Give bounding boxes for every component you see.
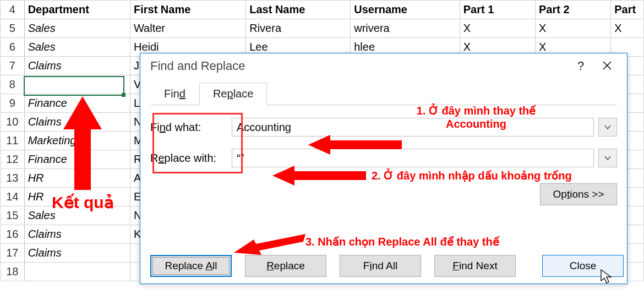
replace-button[interactable]: Replace <box>245 255 326 277</box>
options-button[interactable]: Options >> <box>540 183 617 205</box>
cell[interactable]: Marketing <box>24 132 130 150</box>
row-number[interactable]: 14 <box>1 188 25 206</box>
find-what-label: Find what: <box>150 121 227 134</box>
row-number[interactable]: 6 <box>1 38 25 57</box>
col-header[interactable]: Last Name <box>246 1 351 19</box>
row-number[interactable]: 10 <box>1 113 25 132</box>
cell[interactable]: Walter <box>130 19 245 38</box>
col-header[interactable]: Department <box>24 1 130 19</box>
find-all-button[interactable]: Find All <box>340 255 421 277</box>
cell[interactable]: Claims <box>24 113 130 132</box>
arrow-icon <box>234 234 305 256</box>
chevron-down-icon <box>604 124 611 130</box>
row-number[interactable]: 13 <box>1 169 25 188</box>
cell[interactable]: HR <box>24 188 130 206</box>
find-replace-dialog: Find and Replace ? Find Replace Find wha… <box>140 53 627 284</box>
replace-with-dropdown[interactable] <box>598 149 617 167</box>
row-number[interactable]: 7 <box>1 57 25 75</box>
cell[interactable]: Sales <box>24 206 130 225</box>
replace-all-button[interactable]: Replace All <box>150 255 232 277</box>
col-header[interactable]: First Name <box>130 1 245 19</box>
cell[interactable]: Finance <box>24 150 130 169</box>
cell[interactable]: Finance <box>24 94 130 113</box>
tab-replace[interactable]: Replace <box>199 83 267 105</box>
cell[interactable] <box>24 263 130 281</box>
find-next-button[interactable]: Find Next <box>434 255 516 277</box>
cell[interactable]: X <box>460 19 535 38</box>
row-number[interactable]: 18 <box>1 263 25 281</box>
active-cell[interactable] <box>24 75 130 94</box>
cell[interactable]: X <box>611 19 644 38</box>
col-header[interactable]: Part 2 <box>535 1 610 19</box>
row-number[interactable]: 4 <box>1 1 25 19</box>
cell[interactable]: Sales <box>24 38 130 57</box>
cell[interactable]: Sales <box>24 19 130 38</box>
svg-marker-5 <box>234 234 305 255</box>
row-number[interactable]: 11 <box>1 132 25 150</box>
row-number[interactable]: 17 <box>1 244 25 263</box>
cell[interactable]: Rivera <box>246 19 351 38</box>
tab-find[interactable]: Find <box>150 83 199 105</box>
row-number[interactable]: 16 <box>1 225 25 244</box>
cell[interactable]: HR <box>24 169 130 188</box>
cell[interactable]: wrivera <box>351 19 460 38</box>
replace-with-label: Replace with: <box>150 152 227 165</box>
row-number[interactable]: 5 <box>1 19 25 38</box>
cell[interactable]: Claims <box>24 57 130 75</box>
help-button[interactable]: ? <box>567 59 594 73</box>
dialog-title: Find and Replace <box>150 59 245 73</box>
callout-3: 3. Nhấn chọn Replace All để thay thế <box>305 235 537 248</box>
find-what-input[interactable] <box>232 118 594 137</box>
close-icon[interactable] <box>594 59 620 73</box>
chevron-down-icon <box>604 155 611 161</box>
cell[interactable]: Claims <box>24 225 130 244</box>
find-what-dropdown[interactable] <box>598 118 617 137</box>
cell[interactable]: Claims <box>24 244 130 263</box>
replace-with-input[interactable] <box>232 149 594 167</box>
row-number[interactable]: 8 <box>1 75 25 94</box>
row-number[interactable]: 12 <box>1 150 25 169</box>
row-number[interactable]: 15 <box>1 206 25 225</box>
col-header[interactable]: Part 1 <box>460 1 535 19</box>
col-header[interactable]: Part <box>611 1 644 19</box>
cell[interactable]: X <box>535 19 610 38</box>
col-header[interactable]: Username <box>351 1 460 19</box>
close-button[interactable]: Close <box>542 255 624 277</box>
row-number[interactable]: 9 <box>1 94 25 113</box>
